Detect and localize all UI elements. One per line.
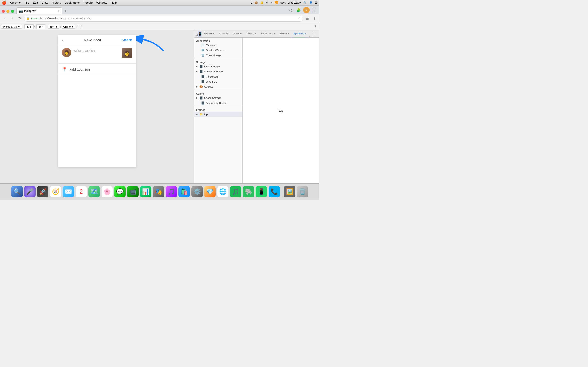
dock-item-photos[interactable]: 🌸 (101, 186, 113, 198)
dock-item-sketch[interactable]: 💎 (204, 186, 216, 198)
user-profile-button[interactable]: N (303, 7, 310, 13)
tab-console[interactable]: Console (217, 30, 231, 37)
responsive-more-button[interactable]: ⋮ (312, 25, 318, 28)
sidebar-item-cookies[interactable]: ▶ 🍪 Cookies (194, 84, 242, 89)
dock-item-chrome[interactable]: 🌐 (217, 186, 229, 198)
sidebar-item-frames-top[interactable]: ▶ 📁 top (194, 112, 242, 117)
sidebar-item-session-storage[interactable]: ▶ 🗄️ Session Storage (194, 69, 242, 74)
apple-menu[interactable]: 🍎 (2, 0, 6, 5)
bookmark-star-icon[interactable]: ☆ (298, 17, 301, 20)
menu-history[interactable]: History (52, 1, 61, 4)
address-input[interactable]: 🔒 Secure https://www.instagram.com/creat… (24, 16, 303, 22)
active-tab[interactable]: 📷 Instagram × (16, 7, 62, 14)
dock-item-numbers[interactable]: 📊 (140, 186, 151, 198)
dock-item-launchpad[interactable]: 🚀 (37, 186, 48, 198)
dock-item-spotify[interactable]: 🎵 (230, 186, 242, 198)
tab-memory[interactable]: Memory (277, 30, 291, 37)
back-button[interactable]: ◁ (288, 7, 294, 13)
dock-item-maps[interactable]: 🗺️ (88, 186, 100, 198)
back-nav-button[interactable]: ‹ (2, 16, 8, 22)
devtools-close-button[interactable]: × (317, 31, 319, 37)
dock-item-mail[interactable]: ✉️ (63, 186, 74, 198)
dock-item-keynote[interactable]: 🎭 (153, 186, 164, 198)
menu-chrome[interactable]: Chrome (10, 1, 21, 4)
sidebar-item-service-workers[interactable]: ⚙️ Service Workers (194, 48, 242, 53)
forward-nav-button[interactable]: › (9, 16, 15, 22)
dock-item-skype[interactable]: 📞 (268, 186, 280, 198)
viewport-width-input[interactable] (24, 24, 34, 29)
dock-item-messages[interactable]: 💬 (114, 186, 126, 198)
tab-sources[interactable]: Sources (231, 30, 244, 37)
local-storage-expand-icon: ▶ (196, 65, 199, 68)
dock-divider (282, 187, 282, 197)
more-tabs-button[interactable]: » (308, 35, 311, 37)
tab-network[interactable]: Network (245, 30, 258, 37)
extension-button[interactable]: 🧩 (295, 7, 302, 13)
dock-item-screenshots[interactable]: 🖼️ (284, 186, 295, 198)
search-icon[interactable]: 🔍 (303, 1, 307, 4)
new-tab-button[interactable]: + (62, 8, 69, 14)
sidebar-item-local-storage[interactable]: ▶ 🗄️ Local Storage (194, 64, 242, 69)
devtools-more-button[interactable]: ⋮ (311, 31, 317, 37)
chrome-options-button[interactable]: ⋮ (311, 16, 317, 22)
close-window-button[interactable] (2, 10, 5, 13)
session-storage-icon: 🗄️ (199, 70, 203, 73)
local-storage-icon: 🗄️ (199, 65, 203, 68)
menu-view[interactable]: View (42, 1, 48, 4)
dock-item-itunes[interactable]: 🎵 (166, 186, 177, 198)
grid-icon[interactable]: ⊞ (304, 16, 311, 22)
location-pin-icon: 📍 (62, 67, 67, 72)
dock-item-siri[interactable]: 🎤 (24, 186, 36, 198)
minimize-window-button[interactable] (6, 10, 9, 13)
devtools-top-bar: ⬚ 📱 Elements Console Sources Network Per… (194, 30, 319, 38)
dock-item-calendar[interactable]: 2 (76, 186, 87, 198)
dock-item-safari[interactable]: 🧭 (50, 186, 61, 198)
application-panel: Application 📄 Manifest ⚙️ Service Worker… (194, 38, 319, 184)
ua-icon[interactable]: ⛶ (78, 24, 82, 29)
tab-close-button[interactable]: × (58, 9, 60, 13)
mobile-back-button[interactable]: ‹ (62, 37, 64, 43)
network-throttle-selector[interactable]: Online ▼ (62, 25, 75, 29)
menu-file[interactable]: File (24, 1, 29, 4)
reload-button[interactable]: ↻ (17, 16, 23, 22)
sidebar-item-application-cache[interactable]: 🗄️ Application Cache (194, 100, 242, 106)
dock-item-finder[interactable]: 🔍 (11, 186, 23, 198)
tab-elements[interactable]: Elements (202, 30, 217, 37)
chrome-menu-button[interactable]: ⋮ (311, 7, 317, 13)
indexeddb-icon: 🗄️ (201, 75, 205, 78)
device-dropdown-icon: ▼ (18, 25, 20, 28)
inspect-element-button[interactable]: ⬚ (195, 31, 198, 37)
notifications-icon[interactable]: ☰ (315, 1, 317, 4)
dock-item-whatsapp[interactable]: 📱 (256, 186, 267, 198)
dock-item-trash[interactable]: 🗑️ (297, 186, 308, 198)
dock-item-appstore[interactable]: 🛍️ (179, 186, 190, 198)
viewport-height-input[interactable] (36, 24, 45, 29)
mobile-add-location[interactable]: 📍 Add Location (58, 64, 136, 75)
cache-storage-expand-icon: ▶ (196, 97, 199, 99)
menu-bookmarks[interactable]: Bookmarks (65, 1, 80, 4)
sidebar-item-clear-storage[interactable]: 🗑️ Clear storage (194, 53, 242, 58)
zoom-selector[interactable]: 85% ▼ (48, 25, 59, 29)
sidebar-item-indexeddb[interactable]: 🗄️ IndexedDB (194, 74, 242, 79)
menu-people[interactable]: People (83, 1, 93, 4)
menu-help[interactable]: Help (111, 1, 117, 4)
tab-application[interactable]: Application (291, 30, 308, 37)
device-toggle-button[interactable]: 📱 (198, 31, 202, 37)
sidebar-item-cache-storage[interactable]: ▶ 🗄️ Cache Storage (194, 95, 242, 100)
maximize-window-button[interactable] (11, 10, 14, 13)
dock-item-evernote[interactable]: 🐘 (243, 186, 254, 198)
service-workers-icon: ⚙️ (201, 49, 205, 52)
application-main-view: top (242, 38, 319, 184)
device-selector[interactable]: iPhone 6/7/8 ▼ (1, 25, 22, 29)
caption-input[interactable]: Write a caption... (73, 48, 120, 52)
menubar-right: S 📦 🔔 A ✳ 📶 98% Wed 11:37 🔍 👤 ☰ (250, 1, 317, 4)
menu-edit[interactable]: Edit (33, 1, 38, 4)
menu-window[interactable]: Window (96, 1, 107, 4)
dock-item-facetime[interactable]: 📹 (127, 186, 138, 198)
sidebar-item-manifest[interactable]: 📄 Manifest (194, 43, 242, 48)
mobile-share-button[interactable]: Share (121, 38, 132, 42)
dock-item-systemprefs[interactable]: ⚙️ (191, 186, 203, 198)
sidebar-item-web-sql[interactable]: 🗄️ Web SQL (194, 79, 242, 84)
tab-performance[interactable]: Performance (258, 30, 277, 37)
application-cache-icon: 🗄️ (201, 101, 205, 105)
